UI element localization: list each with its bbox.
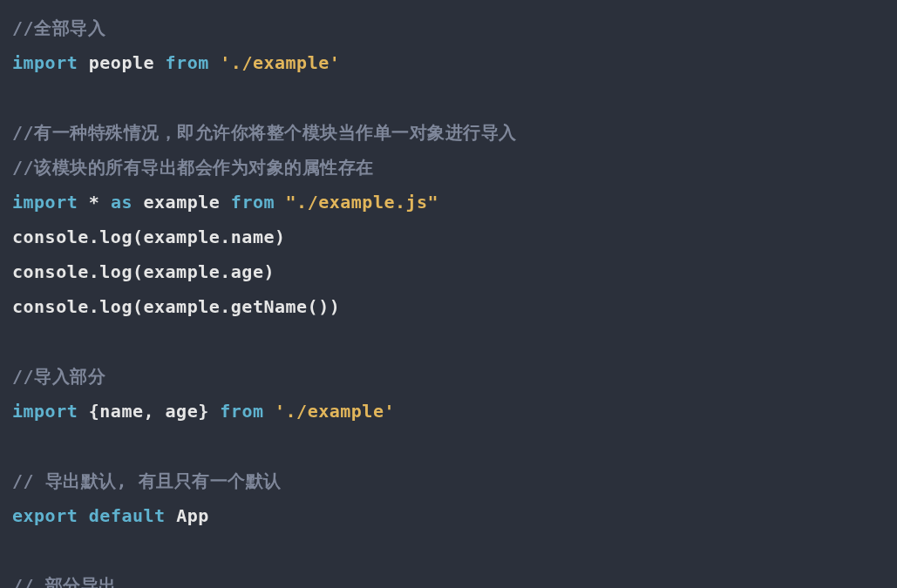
- token-plain: console.log(example.age): [12, 261, 275, 282]
- token-plain: people: [78, 52, 165, 73]
- token-plain: example: [133, 192, 231, 213]
- token-keyword: as: [111, 192, 133, 213]
- token-string: './example': [275, 401, 395, 422]
- token-keyword: from: [220, 401, 263, 422]
- token-keyword: default: [89, 505, 166, 526]
- code-line: //全部导入: [12, 17, 105, 38]
- code-line: import {name, age} from './example': [12, 401, 395, 422]
- code-line: import * as example from "./example.js": [12, 192, 438, 213]
- code-line: import people from './example': [12, 52, 340, 73]
- token-plain: *: [78, 192, 111, 213]
- token-plain: [78, 505, 89, 526]
- code-line: //导入部分: [12, 366, 105, 387]
- code-line: // 部分导出: [12, 575, 117, 588]
- code-line: // 导出默认, 有且只有一个默认: [12, 470, 282, 491]
- token-plain: console.log(example.name): [12, 226, 286, 247]
- token-comment: //全部导入: [12, 17, 105, 38]
- code-line: //该模块的所有导出都会作为对象的属性存在: [12, 157, 374, 178]
- token-comment: // 部分导出: [12, 575, 117, 588]
- token-keyword: import: [12, 192, 78, 213]
- code-block: //全部导入 import people from './example' //…: [0, 0, 897, 588]
- token-keyword: import: [12, 52, 78, 73]
- token-comment: // 导出默认, 有且只有一个默认: [12, 470, 282, 491]
- code-line: console.log(example.age): [12, 261, 275, 282]
- token-comment: //该模块的所有导出都会作为对象的属性存在: [12, 157, 374, 178]
- token-plain: [275, 192, 286, 213]
- token-plain: [209, 52, 221, 73]
- token-plain: console.log(example.getName()): [12, 296, 340, 317]
- token-plain: App: [166, 505, 209, 526]
- code-line: export default App: [12, 505, 209, 526]
- token-keyword: export: [12, 505, 78, 526]
- token-comment: //导入部分: [12, 366, 105, 387]
- token-keyword: from: [231, 192, 275, 213]
- code-line: //有一种特殊情况，即允许你将整个模块当作单一对象进行导入: [12, 122, 517, 143]
- token-string: './example': [220, 52, 340, 73]
- token-string: "./example.js": [286, 192, 439, 213]
- token-comment: //有一种特殊情况，即允许你将整个模块当作单一对象进行导入: [12, 122, 517, 143]
- code-line: console.log(example.name): [12, 226, 286, 247]
- code-line: console.log(example.getName()): [12, 296, 340, 317]
- token-keyword: from: [166, 52, 209, 73]
- token-plain: {name, age}: [78, 401, 220, 422]
- token-keyword: import: [12, 401, 78, 422]
- token-plain: [263, 401, 275, 422]
